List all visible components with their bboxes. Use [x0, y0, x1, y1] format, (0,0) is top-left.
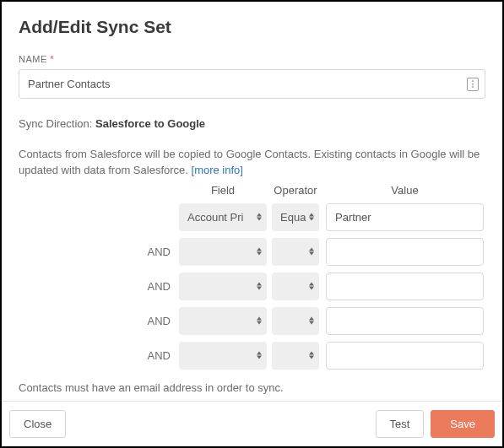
field-select[interactable]: [179, 307, 267, 335]
name-field-wrap: [19, 69, 485, 99]
filter-table: Field Operator Value Account Pri Equa AN…: [19, 184, 485, 370]
and-label: AND: [19, 280, 179, 293]
close-button[interactable]: Close: [9, 410, 66, 438]
chevron-sort-icon: [257, 317, 262, 325]
description-text: Contacts from Salesforce will be copied …: [19, 148, 480, 176]
dialog-footer: Close Test Save: [2, 401, 502, 446]
chevron-sort-icon: [257, 248, 262, 256]
filter-row: AND: [19, 342, 485, 370]
field-select[interactable]: Account Pri: [179, 203, 267, 231]
description: Contacts from Salesforce will be copied …: [19, 147, 485, 179]
value-input[interactable]: [326, 273, 484, 300]
chevron-sort-icon: [309, 283, 314, 290]
filter-row: AND: [19, 273, 485, 300]
and-label: AND: [19, 246, 179, 258]
header-value: Value: [326, 184, 485, 197]
and-label: AND: [19, 349, 179, 362]
operator-select[interactable]: [272, 342, 319, 370]
field-select[interactable]: [179, 273, 267, 300]
field-select[interactable]: [179, 238, 267, 266]
operator-select[interactable]: [272, 273, 319, 300]
sync-note: Contacts must have an email address in o…: [19, 381, 485, 394]
operator-select[interactable]: [272, 238, 319, 266]
chevron-sort-icon: [309, 248, 314, 256]
field-select[interactable]: [179, 342, 267, 370]
value-input[interactable]: [326, 203, 484, 231]
save-button[interactable]: Save: [431, 410, 495, 438]
filter-headers: Field Operator Value: [19, 184, 485, 197]
sync-direction-label: Sync Direction:: [19, 117, 92, 130]
operator-select[interactable]: [272, 307, 319, 335]
value-input[interactable]: [326, 307, 484, 335]
sync-direction: Sync Direction: Salesforce to Google: [19, 117, 485, 130]
chevron-sort-icon: [257, 213, 262, 221]
value-input[interactable]: [326, 238, 484, 266]
more-info-link[interactable]: [more info]: [192, 164, 243, 176]
and-label: AND: [19, 315, 179, 327]
operator-select[interactable]: Equa: [272, 203, 319, 231]
value-input[interactable]: [326, 342, 484, 370]
test-button[interactable]: Test: [376, 410, 425, 438]
filter-row: Account Pri Equa: [19, 203, 485, 231]
sync-set-dialog: Add/Edit Sync Set NAME * Sync Direction:…: [2, 2, 502, 446]
required-indicator: *: [50, 54, 54, 64]
dialog-title: Add/Edit Sync Set: [19, 17, 485, 37]
chevron-sort-icon: [309, 352, 314, 359]
chevron-sort-icon: [257, 352, 262, 359]
chevron-sort-icon: [257, 283, 262, 290]
keyboard-icon[interactable]: [467, 78, 479, 91]
filter-row: AND: [19, 307, 485, 335]
filter-row: AND: [19, 238, 485, 266]
chevron-sort-icon: [309, 317, 314, 325]
header-field: Field: [179, 184, 267, 197]
sync-direction-value: Salesforce to Google: [95, 117, 205, 130]
dialog-content: Add/Edit Sync Set NAME * Sync Direction:…: [2, 2, 502, 401]
chevron-sort-icon: [309, 213, 314, 221]
name-input[interactable]: [19, 69, 485, 99]
header-operator: Operator: [272, 184, 319, 197]
name-label: NAME *: [19, 54, 485, 64]
